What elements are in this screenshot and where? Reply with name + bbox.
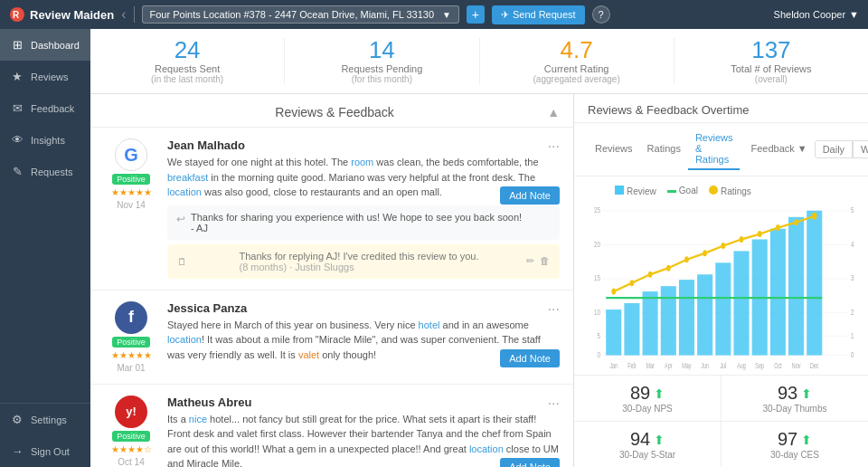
stat-thumbs: 93 ⬆ 30-Day Thumbs: [722, 376, 868, 421]
legend-ratings: Ratings: [709, 186, 751, 196]
svg-text:Aug: Aug: [737, 362, 746, 370]
sidebar-item-requests[interactable]: ✎ Requests: [0, 156, 90, 187]
sidebar-item-feedback[interactable]: ✉ Feedback: [0, 92, 90, 124]
review-body: Jessica Panza ··· Stayed here in March o…: [167, 301, 560, 373]
svg-rect-24: [679, 280, 694, 355]
location-dropdown-icon: ▼: [442, 10, 451, 20]
svg-text:1.0: 1.0: [851, 330, 854, 340]
send-request-button[interactable]: ✈ Send Request: [492, 5, 585, 24]
user-chevron-icon: ▼: [849, 9, 859, 20]
right-panel: Reviews & Feedback Overtime Reviews Rati…: [574, 94, 868, 467]
svg-text:Mar: Mar: [646, 362, 655, 369]
chart-area: Review Goal Ratings 25 20 15 10 5 0: [574, 176, 868, 375]
help-button[interactable]: ?: [592, 5, 610, 24]
review-source: y! Positive ★★★★☆ Oct 14: [104, 396, 158, 468]
stats-bar: 24 Requests Sent (in the last month) 14 …: [90, 29, 868, 94]
reviews-icon: ★: [11, 70, 24, 83]
svg-rect-29: [770, 229, 786, 356]
collapse-button[interactable]: ▲: [547, 105, 560, 119]
location-selector[interactable]: Four Points Location #378 - 2447 Ocean D…: [142, 5, 459, 24]
add-note-button[interactable]: Add Note: [500, 349, 560, 367]
add-note-button[interactable]: Add Note: [500, 458, 560, 467]
svg-text:4.0: 4.0: [851, 239, 854, 249]
svg-text:Jul: Jul: [720, 362, 726, 369]
stat-fivestar: 94 ⬆ 30-Day 5-Star: [574, 422, 721, 467]
reviews-list: G Positive ★★★★★ Nov 14 Jean Malhado ···: [90, 128, 573, 467]
svg-text:0.0: 0.0: [851, 350, 854, 360]
sidebar-bottom: ⚙ Settings → Sign Out: [0, 403, 90, 467]
left-panel-header: Reviews & Feedback ▲: [90, 94, 573, 128]
review-card: y! Positive ★★★★☆ Oct 14 Matheus Abreu ·…: [90, 385, 573, 468]
edit-note-icon[interactable]: ✏: [526, 255, 534, 267]
svg-text:15: 15: [594, 273, 600, 283]
svg-point-36: [684, 256, 689, 262]
legend-review: Review: [615, 186, 656, 196]
stat-total-reviews: 137 Total # of Reviews (overall): [675, 38, 868, 84]
sidebar-item-signout[interactable]: → Sign Out: [0, 435, 90, 467]
note-actions: ✏ 🗑: [526, 255, 550, 267]
ces-trend-icon: ⬆: [801, 433, 812, 447]
left-panel: Reviews & Feedback ▲ G Positive ★★★★★ No…: [90, 94, 574, 467]
chart-svg: 25 20 15 10 5 0 5.0 4.0 3.0 2.0 1.0: [588, 200, 854, 370]
delete-note-icon[interactable]: 🗑: [540, 255, 550, 267]
content-area: 24 Requests Sent (in the last month) 14 …: [90, 29, 868, 467]
tab-reviews-ratings[interactable]: Reviews & Ratings: [688, 129, 741, 170]
svg-rect-25: [697, 274, 712, 355]
topbar: R Review Maiden ‹ Four Points Location #…: [0, 0, 868, 29]
more-options-button[interactable]: ···: [548, 301, 560, 318]
tab-feedback[interactable]: Feedback ▼: [743, 139, 814, 159]
topbar-divider: [134, 6, 135, 23]
stats-grid: 89 ⬆ 30-Day NPS 93 ⬆ 30-Day Thumbs: [574, 375, 868, 467]
logo-icon: R: [9, 6, 25, 23]
feedback-icon: ✉: [11, 101, 24, 115]
add-location-button[interactable]: +: [467, 5, 485, 24]
svg-point-43: [812, 213, 816, 220]
note-icon: 🗒: [177, 256, 187, 267]
svg-point-39: [740, 236, 744, 243]
svg-point-35: [666, 265, 671, 272]
review-reply: ↩ Thanks for sharing you experience with…: [167, 205, 560, 240]
sidebar: ⊞ Dashboard ★ Reviews ✉ Feedback 👁 Insig…: [0, 29, 90, 467]
nav-back-icon[interactable]: ‹: [121, 6, 126, 23]
sidebar-item-dashboard[interactable]: ⊞ Dashboard: [0, 29, 90, 61]
more-options-button[interactable]: ···: [548, 396, 560, 412]
svg-text:Oct: Oct: [774, 362, 782, 369]
user-menu[interactable]: Sheldon Cooper ▼: [774, 9, 859, 20]
svg-point-33: [630, 280, 635, 286]
more-options-button[interactable]: ···: [548, 138, 560, 155]
svg-text:3.0: 3.0: [851, 273, 854, 283]
svg-rect-23: [661, 286, 676, 355]
svg-rect-30: [788, 217, 804, 356]
sidebar-item-insights[interactable]: 👁 Insights: [0, 124, 90, 156]
stat-ces: 97 ⬆ 30-day CES: [722, 422, 868, 467]
svg-text:May: May: [682, 362, 692, 370]
svg-text:Dec: Dec: [810, 362, 819, 369]
reply-icon: ↩: [176, 213, 185, 225]
daily-tab[interactable]: Daily: [815, 140, 853, 158]
sidebar-item-settings[interactable]: ⚙ Settings: [0, 404, 90, 435]
right-panel-header: Reviews & Feedback Overtime: [574, 94, 868, 123]
filter-icon: ▼: [797, 143, 807, 154]
svg-rect-21: [624, 303, 639, 356]
stat-nps: 89 ⬆ 30-Day NPS: [574, 376, 721, 421]
tab-reviews[interactable]: Reviews: [588, 139, 640, 159]
chart-visualization: 25 20 15 10 5 0 5.0 4.0 3.0 2.0 1.0: [588, 200, 854, 370]
add-note-button[interactable]: Add Note: [500, 186, 560, 205]
review-card: G Positive ★★★★★ Nov 14 Jean Malhado ···: [90, 128, 573, 291]
svg-rect-20: [606, 310, 621, 356]
sidebar-item-reviews[interactable]: ★ Reviews: [0, 61, 90, 92]
svg-text:Feb: Feb: [627, 362, 636, 369]
tab-ratings[interactable]: Ratings: [640, 139, 688, 159]
nps-trend-icon: ⬆: [654, 386, 665, 401]
main-layout: ⊞ Dashboard ★ Reviews ✉ Feedback 👁 Insig…: [0, 29, 868, 467]
svg-text:25: 25: [594, 205, 600, 215]
requests-icon: ✎: [11, 165, 24, 178]
review-source: f Positive ★★★★★ Mar 01: [104, 301, 158, 373]
weekly-tab[interactable]: Weekly: [853, 140, 868, 158]
panels: Reviews & Feedback ▲ G Positive ★★★★★ No…: [90, 94, 868, 467]
panel-title: Reviews & Feedback: [122, 105, 547, 119]
thumbs-trend-icon: ⬆: [801, 386, 812, 401]
svg-point-38: [722, 243, 726, 249]
svg-point-32: [611, 289, 616, 295]
facebook-icon: f: [115, 301, 147, 334]
